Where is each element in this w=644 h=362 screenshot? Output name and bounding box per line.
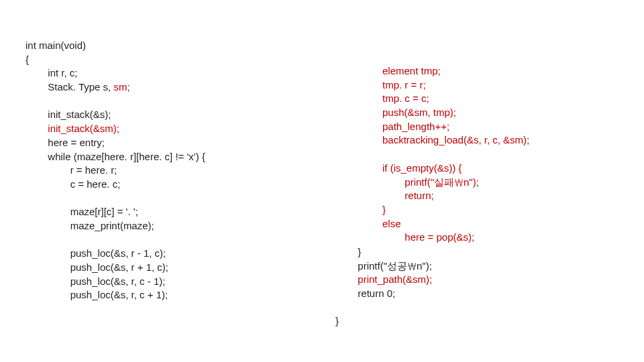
- code-line-highlight: print_path(&sm);: [335, 274, 432, 285]
- code-line: int r, c;: [25, 67, 78, 78]
- code-left-column: int main(void) { int r, c; Stack. Type s…: [25, 39, 205, 302]
- code-line: r = here. r;: [25, 164, 117, 176]
- code-line: while (maze[here. r][here. c] != 'x') {: [25, 151, 205, 162]
- code-line: tmp. c = c;: [382, 93, 429, 104]
- code-line: maze_print(maze);: [25, 220, 154, 231]
- code-line: return 0;: [335, 288, 395, 299]
- code-line: maze[r][c] = '. ';: [25, 206, 138, 217]
- code-bottom-block: } printf("성공₩n"); print_path(&sm); retur…: [335, 245, 432, 301]
- code-line: backtracking_load(&s, r, c, &sm);: [382, 134, 529, 145]
- code-line: printf("실패₩n");: [382, 176, 479, 188]
- code-line: int main(void): [25, 40, 86, 51]
- closing-brace: }: [335, 315, 339, 326]
- code-line: push_loc(&s, r, c - 1);: [25, 276, 165, 287]
- code-line: init_stack(&s);: [25, 109, 111, 120]
- code-line: tmp. r = r;: [382, 79, 426, 90]
- code-line: printf("성공₩n");: [335, 260, 432, 272]
- code-line: {: [25, 54, 29, 65]
- code-line: else: [382, 218, 401, 229]
- code-line: here = entry;: [25, 137, 105, 148]
- code-line: }: [335, 246, 361, 257]
- code-line: if (is_empty(&s)) {: [382, 162, 462, 174]
- code-line: push(&sm, tmp);: [382, 107, 456, 118]
- code-line: push_loc(&s, r, c + 1);: [25, 289, 168, 300]
- code-line: return;: [382, 190, 434, 201]
- code-line: path_length++;: [382, 121, 449, 132]
- code-right-column: element tmp; tmp. r = r; tmp. c = c; pus…: [382, 64, 529, 245]
- highlight-sm: sm;: [113, 81, 129, 93]
- code-line: push_loc(&s, r - 1, c);: [25, 247, 166, 259]
- code-line: Stack. Type s, sm;: [25, 81, 130, 93]
- code-line: }: [382, 204, 386, 215]
- code-slide: int main(void) { int r, c; Stack. Type s…: [0, 0, 644, 362]
- code-line: push_loc(&s, r + 1, c);: [25, 261, 168, 273]
- code-line: c = here. c;: [25, 178, 120, 190]
- code-line-highlight: init_stack(&sm);: [25, 123, 119, 134]
- code-line: here = pop(&s);: [382, 231, 474, 243]
- code-line: element tmp;: [382, 65, 441, 76]
